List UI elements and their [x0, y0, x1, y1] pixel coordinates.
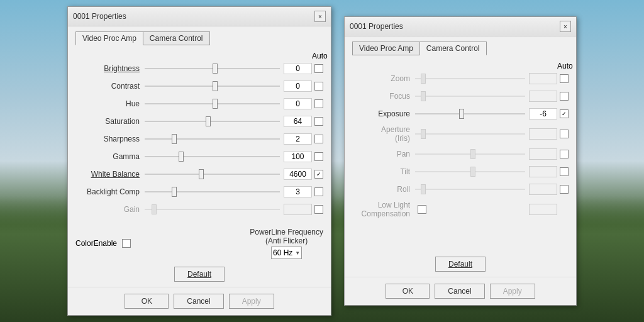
- tilt-label: Tilt: [352, 167, 415, 176]
- contrast-slider[interactable]: [145, 80, 280, 92]
- hue-slider[interactable]: [145, 97, 280, 110]
- sharpness-auto[interactable]: [314, 135, 323, 143]
- ok-button-right[interactable]: OK: [386, 284, 430, 299]
- gamma-row: Gamma 100: [75, 150, 323, 164]
- cancel-button-right[interactable]: Cancel: [435, 284, 484, 299]
- exposure-auto[interactable]: ✓: [560, 109, 569, 118]
- color-enable-checkbox[interactable]: [122, 239, 131, 248]
- zoom-slider: [415, 72, 525, 85]
- pan-slider: [415, 148, 525, 160]
- default-btn-container-right: Default: [352, 257, 569, 272]
- zoom-auto[interactable]: [560, 74, 569, 83]
- powerline-label: PowerLine Frequency(Anti Flicker): [250, 228, 323, 245]
- sharpness-value: 2: [284, 133, 312, 145]
- tab-camera-control-left[interactable]: Camera Control: [143, 31, 210, 45]
- titlebar-left: 0001 Properties ×: [68, 7, 331, 26]
- tab-video-proc-amp-right[interactable]: Video Proc Amp: [352, 42, 420, 55]
- gain-slider: [145, 203, 280, 216]
- brightness-slider[interactable]: [145, 62, 280, 75]
- focus-auto[interactable]: [560, 92, 569, 101]
- hue-label: Hue: [75, 99, 145, 108]
- powerline-group: PowerLine Frequency(Anti Flicker) 60 Hz …: [250, 228, 323, 259]
- brightness-value: 0: [284, 63, 312, 74]
- focus-slider: [415, 90, 525, 103]
- gain-label: Gain: [75, 205, 145, 214]
- auto-label-left: Auto: [312, 52, 323, 60]
- white-balance-slider[interactable]: [145, 168, 280, 180]
- low-light-checkbox[interactable]: [418, 205, 426, 214]
- dialog-left-content: Video Proc Amp Camera Control Auto Brigh…: [68, 26, 331, 287]
- zoom-label: Zoom: [352, 74, 415, 83]
- tilt-value: [529, 166, 557, 177]
- roll-value: [529, 184, 557, 195]
- roll-auto[interactable]: [560, 185, 569, 194]
- gamma-auto[interactable]: [314, 152, 323, 161]
- gain-row: Gain: [75, 203, 323, 216]
- aperture-value: [529, 128, 557, 140]
- aperture-label: Aperture(Iris): [352, 125, 415, 143]
- ok-button-left[interactable]: OK: [125, 294, 169, 309]
- contrast-auto[interactable]: [314, 82, 323, 91]
- white-balance-row: White Balance 4600 ✓: [75, 167, 323, 181]
- white-balance-value: 4600: [284, 169, 312, 180]
- tab-camera-control-right[interactable]: Camera Control: [419, 42, 487, 55]
- exposure-slider[interactable]: [415, 108, 525, 120]
- color-enable-label: ColorEnable: [75, 239, 117, 248]
- auto-label-right: Auto: [557, 62, 569, 70]
- dialog-right-content: Video Proc Amp Camera Control Auto Zoom: [345, 36, 576, 277]
- contrast-value: 0: [284, 80, 312, 92]
- zoom-value: [529, 73, 557, 84]
- aperture-auto[interactable]: [560, 130, 569, 138]
- default-btn-container-left: Default: [75, 267, 323, 282]
- controls-right: Auto Zoom Focus: [352, 62, 569, 252]
- gain-auto[interactable]: [314, 205, 323, 214]
- sharpness-label: Sharpness: [75, 135, 145, 143]
- dialog-right: 0001 Properties × Video Proc Amp Camera …: [344, 16, 577, 306]
- tilt-auto[interactable]: [560, 167, 569, 176]
- exposure-row: Exposure -6 ✓: [352, 107, 569, 121]
- bottom-options-left: ColorEnable PowerLine Frequency(Anti Fli…: [75, 225, 323, 262]
- hue-auto[interactable]: [314, 99, 323, 108]
- gamma-value: 100: [284, 151, 312, 162]
- cancel-button-left[interactable]: Cancel: [174, 294, 223, 309]
- sharpness-slider[interactable]: [145, 133, 280, 145]
- sharpness-row: Sharpness 2: [75, 132, 323, 146]
- pan-label: Pan: [352, 150, 415, 158]
- apply-button-right[interactable]: Apply: [490, 284, 535, 299]
- roll-label: Roll: [352, 185, 415, 194]
- exposure-label: Exposure: [352, 109, 415, 118]
- backlight-comp-auto[interactable]: [314, 187, 323, 196]
- pan-auto[interactable]: [560, 150, 569, 158]
- dialog-right-title: 0001 Properties: [350, 22, 403, 31]
- focus-label: Focus: [352, 92, 415, 101]
- default-button-left[interactable]: Default: [174, 267, 225, 282]
- default-button-right[interactable]: Default: [435, 257, 486, 272]
- backlight-comp-value: 3: [284, 186, 312, 197]
- saturation-row: Saturation 64: [75, 114, 323, 128]
- saturation-auto[interactable]: [314, 117, 323, 126]
- close-button-right[interactable]: ×: [560, 21, 571, 32]
- tabs-left: Video Proc Amp Camera Control: [75, 31, 323, 45]
- focus-value: [529, 91, 557, 102]
- close-button-left[interactable]: ×: [314, 11, 326, 22]
- aperture-slider: [415, 128, 525, 140]
- gamma-label: Gamma: [75, 152, 145, 161]
- apply-button-left[interactable]: Apply: [229, 294, 274, 309]
- saturation-value: 64: [284, 116, 312, 127]
- gamma-slider[interactable]: [145, 150, 280, 163]
- brightness-auto[interactable]: [314, 64, 323, 73]
- auto-header-row-left: Auto: [75, 52, 323, 60]
- backlight-comp-slider[interactable]: [145, 186, 280, 198]
- tab-video-proc-amp-left[interactable]: Video Proc Amp: [75, 31, 143, 45]
- dialog-buttons-left: OK Cancel Apply: [68, 287, 331, 315]
- tabs-right: Video Proc Amp Camera Control: [352, 42, 569, 55]
- saturation-slider[interactable]: [145, 115, 280, 128]
- powerline-arrow-icon: ▼: [295, 250, 300, 256]
- pan-value: [529, 148, 557, 160]
- pan-row: Pan: [352, 147, 569, 161]
- hue-value: 0: [284, 98, 312, 109]
- titlebar-right: 0001 Properties ×: [345, 17, 576, 36]
- powerline-select[interactable]: 60 Hz ▼: [271, 247, 302, 259]
- white-balance-auto[interactable]: ✓: [314, 170, 323, 179]
- low-light-label: Low LightCompensation: [352, 201, 415, 219]
